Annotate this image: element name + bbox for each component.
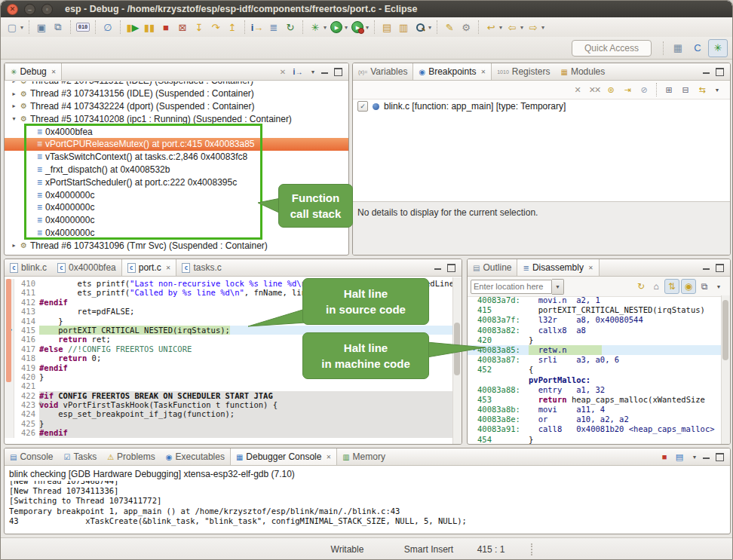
stack-frame-row[interactable]: ≡vTaskSwitchContext() at tasks.c:2,846 0… <box>5 151 348 164</box>
maximize-view-icon[interactable] <box>716 453 724 461</box>
use-step-filters-icon[interactable]: ≣ <box>266 20 281 35</box>
breakpoint-checkbox[interactable]: ✓ <box>357 101 368 112</box>
sync-selection-icon[interactable]: ⇅ <box>664 279 679 294</box>
close-tab-icon[interactable]: ✕ <box>588 265 593 271</box>
binary-view-icon[interactable]: 010 <box>75 20 90 35</box>
expander-icon[interactable]: ▸ <box>11 90 17 97</box>
display-console-dropdown-icon[interactable]: ▼ <box>688 451 701 463</box>
save-icon[interactable]: ▣ <box>34 20 49 35</box>
stack-frame-row[interactable]: ≡_frxt_dispatch() at 0x4008532b <box>5 164 348 176</box>
skip-all-breakpoints-icon[interactable]: ∅ <box>100 20 115 35</box>
close-button[interactable]: ✕ <box>7 4 18 15</box>
tab-0x4000bfea[interactable]: c0x4000bfea <box>52 259 121 276</box>
remove-terminated-icon[interactable]: ✕ <box>276 66 290 78</box>
remove-breakpoint-icon[interactable]: ✕ <box>570 82 585 97</box>
close-tab-icon[interactable]: ✕ <box>166 265 171 271</box>
save-all-icon[interactable]: ⧉ <box>51 20 66 35</box>
step-over-icon[interactable]: ↷ <box>208 20 223 35</box>
external-annotations-icon[interactable]: ⚙ <box>459 20 474 35</box>
open-new-view-icon[interactable]: ⧉ <box>698 280 711 293</box>
fold-collapse-icon[interactable]: ⊝ <box>38 400 42 407</box>
refresh-icon[interactable]: ↻ <box>634 280 648 293</box>
debug-thread-row[interactable]: ▸⚙Thread #3 1073413156 (IDLE) (Suspended… <box>5 87 348 100</box>
open-resource-icon[interactable]: ▥ <box>396 20 411 35</box>
run-dropdown-icon[interactable]: ▾ <box>345 24 348 31</box>
external-tools-icon[interactable]: ▶ <box>350 20 365 35</box>
debug-perspective-button[interactable]: ✳ <box>708 39 728 57</box>
minimize-button[interactable]: – <box>24 4 35 15</box>
last-edit-location-icon[interactable]: ↩ <box>483 20 498 35</box>
maximize-view-icon[interactable] <box>716 264 724 272</box>
goto-file-icon[interactable]: ⇥ <box>620 82 635 97</box>
tab-disassembly[interactable]: ≣Disassembly✕ <box>517 259 599 276</box>
restart-icon[interactable]: ↻ <box>283 20 298 35</box>
maximize-button[interactable]: ▫ <box>41 4 53 15</box>
tab-debug[interactable]: ✳ Debug ✕ <box>5 63 62 80</box>
close-tab-icon[interactable]: ✕ <box>326 454 331 461</box>
terminate-console-icon[interactable]: ■ <box>658 451 671 463</box>
instruction-stepping-mode-icon[interactable]: i→ <box>291 66 305 78</box>
collapse-all-icon[interactable]: ⊟ <box>678 82 693 97</box>
cpp-perspective-button[interactable]: C <box>689 40 707 57</box>
disassembly-listing[interactable]: 40083a7d: movi.n a2, 1415 portEXIT_CRITI… <box>468 295 722 444</box>
back-icon[interactable]: ⇦ <box>505 20 520 35</box>
skip-all-breakpoints-icon[interactable]: ⊘ <box>636 82 652 97</box>
tab-tasks[interactable]: ☑Tasks <box>58 448 102 465</box>
quick-access-box[interactable]: Quick Access <box>572 40 652 57</box>
expander-icon[interactable]: ▸ <box>11 103 17 109</box>
track-expression-icon[interactable]: ◉ <box>681 279 696 294</box>
tab-debugger-console[interactable]: ▦Debugger Console✕ <box>230 448 337 465</box>
tab-variables[interactable]: (x)=Variables <box>353 63 413 80</box>
debug-launch-tree[interactable]: ▸⚙Thread #2 1073411512 (IDLE) (Suspended… <box>5 81 348 255</box>
tab-outline[interactable]: ▤Outline <box>468 259 517 276</box>
display-console-icon[interactable]: ▤ <box>673 451 686 463</box>
step-return-icon[interactable]: ↥ <box>225 20 240 35</box>
view-menu-icon[interactable]: ▼ <box>306 66 320 78</box>
link-with-debug-icon[interactable]: ⇆ <box>695 82 710 97</box>
open-perspective-button[interactable]: ▦ <box>669 40 687 57</box>
maximize-view-icon[interactable] <box>447 264 455 272</box>
step-into-icon[interactable]: ↧ <box>192 20 207 35</box>
stack-frame-row[interactable]: ≡vPortCPUReleaseMutex() at port.c:415 0x… <box>5 138 348 151</box>
tab-memory[interactable]: ▥Memory <box>337 448 391 465</box>
breakpoint-row[interactable]: ✓blink.c [function: app_main] [type: Tem… <box>353 99 730 113</box>
tab-console[interactable]: ▤Console <box>5 448 58 465</box>
tab-modules[interactable]: ▦Modules <box>555 63 610 80</box>
minimize-view-icon[interactable] <box>703 70 710 74</box>
location-input[interactable] <box>471 280 552 294</box>
close-tab-icon[interactable]: ✕ <box>481 69 486 75</box>
search-icon[interactable] <box>413 20 428 35</box>
minimize-view-icon[interactable] <box>703 455 710 459</box>
debug-thread-row[interactable]: ▸⚙Thread #4 1073432224 (dport) (Suspende… <box>5 100 348 113</box>
expander-icon[interactable]: ▸ <box>11 242 17 249</box>
view-menu-icon[interactable]: ▼ <box>712 280 725 292</box>
stack-frame-row[interactable]: ≡0x4000000c <box>5 227 348 240</box>
back-dropdown-icon[interactable]: ▾ <box>520 24 523 31</box>
forward-dropdown-icon[interactable]: ▾ <box>541 24 544 31</box>
instruction-stepping-icon[interactable]: i→ <box>250 20 265 35</box>
tab-registers[interactable]: 1010Registers <box>492 63 555 80</box>
last-edit-location-dropdown-icon[interactable]: ▾ <box>499 24 502 31</box>
maximize-view-icon[interactable] <box>334 68 342 76</box>
mark-occurrences-icon[interactable]: ✎ <box>442 20 457 35</box>
search-dropdown-icon[interactable]: ▾ <box>428 24 431 31</box>
tab-problems[interactable]: ⚠Problems <box>102 448 161 465</box>
open-element-icon[interactable]: ▤ <box>379 20 394 35</box>
minimize-view-icon[interactable] <box>703 266 710 270</box>
external-tools-dropdown-icon[interactable]: ▾ <box>366 24 369 31</box>
breakpoint-types-icon[interactable]: ⊛ <box>603 82 618 97</box>
debug-thread-row[interactable]: ▸⚙Thread #2 1073411512 (IDLE) (Suspended… <box>5 81 348 87</box>
tab-tasks-c[interactable]: ctasks.c <box>176 259 226 276</box>
disconnect-icon[interactable]: ⊠ <box>175 20 190 35</box>
expand-all-icon[interactable]: ⊞ <box>661 82 676 97</box>
close-tab-icon[interactable]: ✕ <box>51 69 57 75</box>
run-icon[interactable]: ▶ <box>329 20 344 35</box>
maximize-view-icon[interactable] <box>716 68 724 76</box>
new-wizard-dropdown-icon[interactable]: ▾ <box>20 24 23 31</box>
forward-icon[interactable]: ⇨ <box>526 20 541 35</box>
resume-icon[interactable]: ▮▶ <box>125 20 140 35</box>
tab-breakpoints[interactable]: ◉Breakpoints✕ <box>413 63 492 80</box>
stack-frame-row[interactable]: ≡0x4000bfea <box>5 125 348 138</box>
tab-blink-c[interactable]: cblink.c <box>5 259 52 276</box>
new-wizard-icon[interactable]: ▢ <box>5 20 20 35</box>
